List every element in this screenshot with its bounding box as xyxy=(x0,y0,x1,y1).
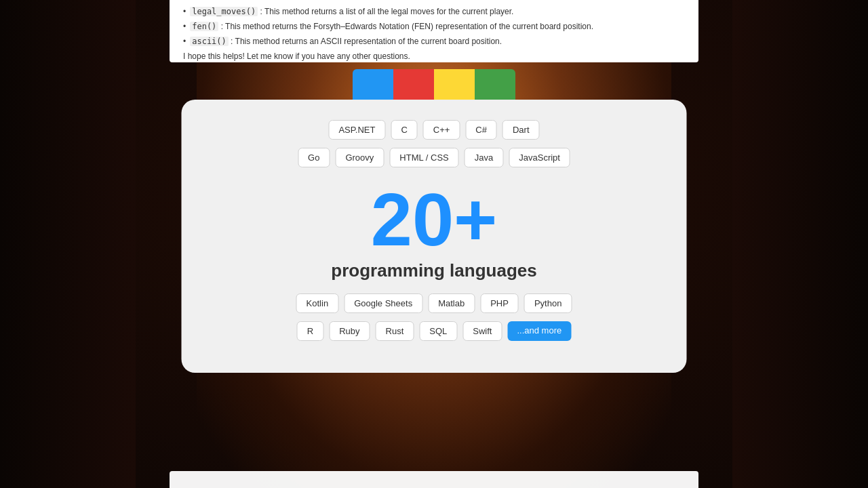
tag-and-more[interactable]: ...and more xyxy=(507,321,571,341)
tag-swift[interactable]: Swift xyxy=(462,321,502,341)
tag-groovy[interactable]: Groovy xyxy=(335,148,384,167)
middle-tags-row: Go Groovy HTML / CSS Java JavaScript xyxy=(209,148,660,167)
bottom-tags-row-1: Kotlin Google Sheets Matlab PHP Python xyxy=(209,293,660,313)
main-card: ASP.NET C C++ C# Dart Go Groovy HTML / C… xyxy=(182,100,687,373)
bg-left xyxy=(0,0,136,488)
tag-go[interactable]: Go xyxy=(298,148,330,167)
tag-matlab[interactable]: Matlab xyxy=(428,293,475,313)
tag-c[interactable]: C xyxy=(391,120,417,140)
tag-ruby[interactable]: Ruby xyxy=(329,321,370,341)
bullet-2: • fen() : This method returns the Forsyt… xyxy=(183,20,685,33)
tag-aspnet[interactable]: ASP.NET xyxy=(328,120,385,140)
bottom-panel xyxy=(170,471,698,488)
tag-csharp[interactable]: C# xyxy=(465,120,497,140)
color-blue xyxy=(353,69,393,100)
color-green xyxy=(475,69,515,100)
chat-content: • legal_moves() : This method returns a … xyxy=(183,5,685,62)
tag-java[interactable]: Java xyxy=(465,148,503,167)
color-yellow xyxy=(434,69,475,100)
big-number: 20+ xyxy=(371,182,498,257)
tag-javascript[interactable]: JavaScript xyxy=(509,148,570,167)
closing-text: I hope this helps! Let me know if you ha… xyxy=(183,50,685,62)
subtitle: programming languages xyxy=(331,260,536,281)
color-red xyxy=(393,69,434,100)
tag-dart[interactable]: Dart xyxy=(502,120,540,140)
tag-kotlin[interactable]: Kotlin xyxy=(296,293,339,313)
bullet-3: • ascii() : This method returns an ASCII… xyxy=(183,35,685,47)
tag-cpp[interactable]: C++ xyxy=(423,120,460,140)
chat-panel: • legal_moves() : This method returns a … xyxy=(170,0,698,62)
tag-htmlcss[interactable]: HTML / CSS xyxy=(389,148,458,167)
color-bar xyxy=(170,62,698,100)
tag-sql[interactable]: SQL xyxy=(419,321,457,341)
bottom-tags-row-2: R Ruby Rust SQL Swift ...and more xyxy=(209,321,660,341)
bullet-1: • legal_moves() : This method returns a … xyxy=(183,5,685,18)
top-tags-row: ASP.NET C C++ C# Dart xyxy=(209,120,660,140)
tag-r[interactable]: R xyxy=(297,321,323,341)
tag-php[interactable]: PHP xyxy=(480,293,519,313)
tag-python[interactable]: Python xyxy=(524,293,572,313)
tag-googlesheets[interactable]: Google Sheets xyxy=(344,293,422,313)
tag-rust[interactable]: Rust xyxy=(376,321,414,341)
bg-right xyxy=(732,0,868,488)
